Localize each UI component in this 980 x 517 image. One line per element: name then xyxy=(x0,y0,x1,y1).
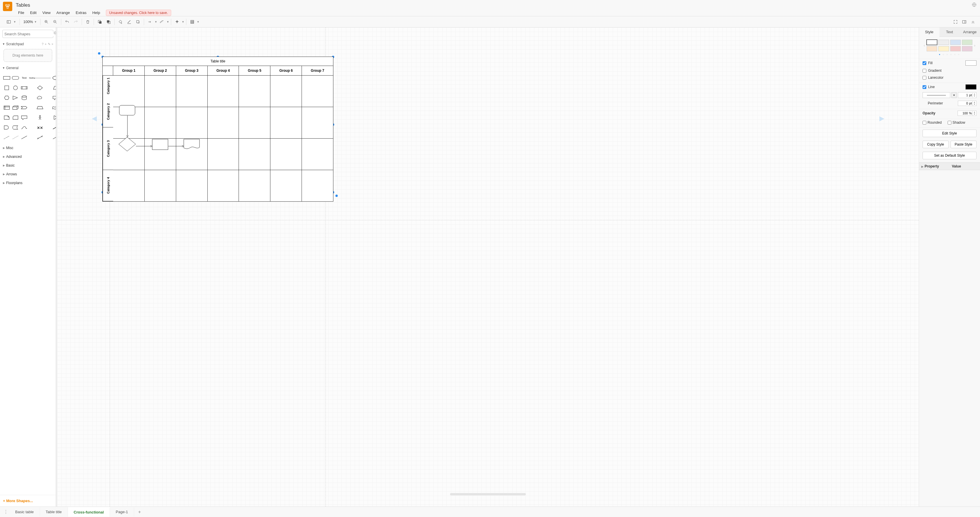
shape-text[interactable]: Text xyxy=(21,73,28,82)
tab-basic-table[interactable]: Basic table xyxy=(10,507,40,516)
shape-step[interactable] xyxy=(21,103,28,112)
swatch[interactable] xyxy=(962,46,972,51)
scratchpad-header[interactable]: ▼Scratchpad ? + ✎ × xyxy=(0,40,56,48)
scratchpad-close-icon[interactable]: × xyxy=(52,42,53,46)
perimeter-input[interactable]: pt▲▼ xyxy=(958,101,977,106)
menu-view[interactable]: View xyxy=(40,10,53,16)
redo-icon[interactable] xyxy=(72,18,80,26)
app-logo[interactable] xyxy=(3,2,12,11)
shape-cube[interactable] xyxy=(12,103,19,112)
shadow-checkbox[interactable] xyxy=(948,121,951,124)
row-header[interactable]: Category 4 xyxy=(103,170,113,201)
shape-cloud[interactable] xyxy=(29,93,51,102)
scratchpad-edit-icon[interactable]: ✎ xyxy=(48,42,51,46)
arrow-right-2[interactable] xyxy=(168,143,185,148)
fill-color-icon[interactable] xyxy=(116,18,124,26)
shadow-icon[interactable] xyxy=(134,18,142,26)
flowchart-rect[interactable] xyxy=(152,139,168,151)
swatch-prev-icon[interactable]: ‹ xyxy=(923,43,926,48)
save-notice[interactable]: Unsaved changes. Click here to save. xyxy=(106,10,171,16)
fill-checkbox[interactable] xyxy=(923,61,926,65)
to-front-icon[interactable] xyxy=(95,18,104,26)
line-color-icon[interactable] xyxy=(125,18,133,26)
delete-icon[interactable] xyxy=(84,18,92,26)
shape-line[interactable] xyxy=(21,133,28,142)
horizontal-scrollbar[interactable] xyxy=(450,493,526,495)
line-style-select[interactable] xyxy=(923,92,950,98)
shape-note[interactable] xyxy=(3,113,11,122)
cat-advanced[interactable]: ▶Advanced xyxy=(0,152,56,161)
search-input[interactable] xyxy=(5,32,53,36)
shape-curve[interactable] xyxy=(21,123,28,132)
cat-arrows[interactable]: ▶Arrows xyxy=(0,170,56,178)
language-icon[interactable] xyxy=(972,2,977,8)
zoom-out-icon[interactable] xyxy=(51,18,59,26)
row-header[interactable]: Category 3 xyxy=(103,127,113,170)
add-icon[interactable]: + xyxy=(173,18,181,26)
tab-page-1[interactable]: Page-1 xyxy=(110,507,134,516)
add-page-button[interactable]: + xyxy=(134,507,145,517)
shape-dotline[interactable] xyxy=(12,133,19,142)
connection-icon[interactable] xyxy=(146,18,154,26)
shape-biarrow[interactable] xyxy=(29,123,51,132)
shape-circle[interactable] xyxy=(12,83,19,92)
more-shapes-button[interactable]: + More Shapes... xyxy=(0,495,56,506)
general-header[interactable]: ▼General xyxy=(0,64,56,72)
menu-extras[interactable]: Extras xyxy=(73,10,89,16)
waypoints-icon[interactable] xyxy=(158,18,166,26)
shape-dashline[interactable] xyxy=(3,133,11,142)
swimlane-table[interactable]: Table title Group 1 Group 2 Group 3 Grou… xyxy=(102,57,333,202)
undo-icon[interactable] xyxy=(63,18,71,26)
collapse-icon[interactable] xyxy=(969,18,977,26)
flowchart-document[interactable] xyxy=(183,139,200,152)
fullscreen-icon[interactable] xyxy=(951,18,959,26)
cat-basic[interactable]: ▶Basic xyxy=(0,161,56,170)
table-icon[interactable] xyxy=(188,18,196,26)
edit-style-button[interactable]: Edit Style xyxy=(923,130,977,137)
zoom-dropdown[interactable]: 100%▼ xyxy=(22,18,38,25)
line-swatch[interactable] xyxy=(966,84,977,89)
nav-left-icon[interactable]: ◀ xyxy=(91,115,98,122)
property-table-header[interactable]: ▶Property Value xyxy=(919,162,980,170)
shape-process[interactable] xyxy=(21,83,28,92)
gradient-checkbox[interactable] xyxy=(923,69,926,73)
sidebar-toggle-icon[interactable] xyxy=(5,18,13,26)
shape-cylinder[interactable] xyxy=(21,93,28,102)
arrow-right-1[interactable] xyxy=(136,143,153,148)
swatch[interactable] xyxy=(950,40,961,45)
shape-triangle[interactable] xyxy=(12,93,19,102)
fill-swatch[interactable] xyxy=(966,60,977,66)
copy-style-button[interactable]: Copy Style xyxy=(923,141,949,148)
swatch[interactable] xyxy=(927,46,937,51)
col-header[interactable]: Group 7 xyxy=(302,66,333,75)
tab-table-title[interactable]: Table title xyxy=(40,507,68,516)
shape-roundrect[interactable] xyxy=(12,73,19,82)
menu-edit[interactable]: Edit xyxy=(28,10,39,16)
shape-card[interactable] xyxy=(12,113,19,122)
tab-menu-icon[interactable]: ⋮ xyxy=(2,509,10,515)
swatch[interactable] xyxy=(962,40,972,45)
col-header[interactable]: Group 6 xyxy=(270,66,302,75)
paste-style-button[interactable]: Paste Style xyxy=(951,141,977,148)
lanecolor-checkbox[interactable] xyxy=(923,76,926,80)
menu-help[interactable]: Help xyxy=(90,10,102,16)
shape-internal-storage[interactable] xyxy=(3,103,11,112)
row-header[interactable]: Category 1 xyxy=(103,76,113,96)
tab-text[interactable]: Text xyxy=(939,27,960,37)
tab-style[interactable]: Style xyxy=(919,27,939,37)
canvas[interactable]: ◀ ▶ Table title xyxy=(57,27,919,506)
shape-hexagon[interactable] xyxy=(3,93,11,102)
shape-trapezoid[interactable] xyxy=(29,103,51,112)
col-header[interactable]: Group 5 xyxy=(239,66,270,75)
shape-square[interactable] xyxy=(3,83,11,92)
shape-rect[interactable] xyxy=(3,73,11,82)
col-header[interactable]: Group 2 xyxy=(145,66,176,75)
set-default-button[interactable]: Set as Default Style xyxy=(923,152,977,159)
nav-right-icon[interactable]: ▶ xyxy=(878,115,885,122)
menu-file[interactable]: File xyxy=(16,10,27,16)
line-style-dd-icon[interactable]: ▼ xyxy=(951,92,957,98)
scratchpad-dropzone[interactable]: Drag elements here xyxy=(3,49,52,62)
scratchpad-add-icon[interactable]: + xyxy=(45,42,46,46)
shape-data-storage[interactable] xyxy=(12,123,19,132)
col-header[interactable]: Group 4 xyxy=(207,66,239,75)
